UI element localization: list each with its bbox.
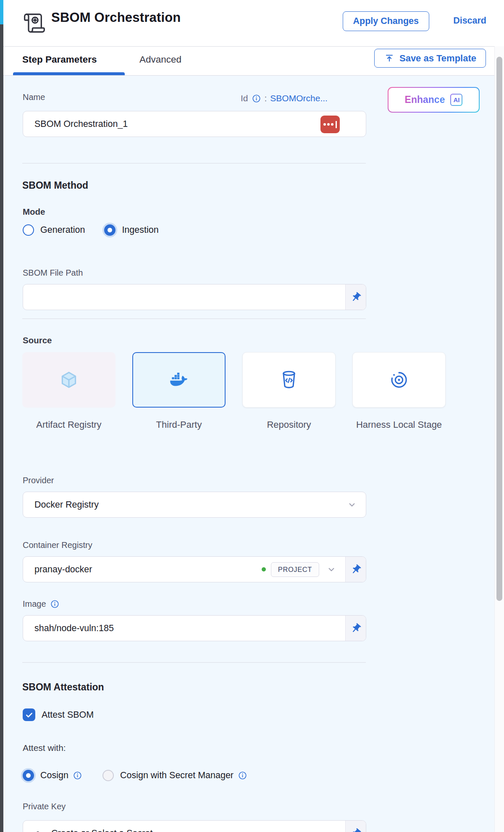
provider-label: Provider — [23, 476, 54, 485]
source-card-third-party[interactable]: Third-Party — [132, 352, 226, 431]
discard-button[interactable]: Discard — [453, 16, 486, 26]
ai-badge: AI — [450, 94, 462, 106]
pin-icon — [350, 828, 362, 832]
check-icon — [25, 711, 34, 719]
tab-step-parameters[interactable]: Step Parameters — [22, 54, 97, 65]
chevron-down-icon — [326, 564, 337, 575]
private-key-placeholder: Create or Select a Secret — [51, 828, 152, 832]
name-input[interactable]: SBOM Orchestration_1 — [23, 111, 366, 137]
tab-bar: Step Parameters Advanced Save as Templat… — [3, 46, 504, 76]
apply-changes-button[interactable]: Apply Changes — [343, 11, 430, 31]
lastpass-bar — [336, 121, 337, 128]
image-value: shah/node-vuln:185 — [34, 623, 114, 634]
radio-ingestion-label[interactable]: Ingestion — [122, 225, 158, 235]
provider-select[interactable]: Docker Registry — [23, 492, 366, 518]
name-label: Name — [23, 92, 45, 102]
radio-generation[interactable] — [23, 224, 34, 236]
source-card-harness-local-stage[interactable]: Harness Local Stage — [352, 352, 446, 431]
image-label-row: Image — [23, 599, 60, 609]
image-input[interactable]: shah/node-vuln:185 — [23, 615, 366, 641]
radio-cosign-secret-manager-label[interactable]: Cosign with Secret Manager — [120, 770, 234, 781]
source-card-artifact-registry[interactable]: Artifact Registry — [22, 352, 116, 431]
lastpass-dot — [327, 123, 330, 126]
connector-status-dot — [262, 567, 266, 571]
divider — [22, 319, 366, 319]
lastpass-dot — [323, 123, 326, 126]
source-label: Source — [23, 335, 52, 345]
lastpass-extension-icon[interactable] — [320, 116, 340, 133]
background-panel-edge — [0, 24, 3, 832]
enhance-label: Enhance — [405, 94, 445, 105]
third-party-tile — [132, 352, 226, 408]
name-input-value: SBOM Orchestration_1 — [34, 119, 128, 129]
sbom-file-path-label: SBOM File Path — [23, 268, 83, 278]
upload-icon — [384, 53, 395, 64]
container-registry-label: Container Registry — [23, 540, 92, 550]
repository-icon — [278, 369, 299, 390]
scrollbar-thumb[interactable] — [496, 57, 502, 601]
pin-icon — [350, 623, 362, 634]
attest-sbom-row: Attest SBOM — [23, 708, 94, 721]
pin-icon — [350, 564, 362, 575]
harness-stage-icon — [388, 369, 410, 390]
radio-generation-label[interactable]: Generation — [40, 225, 85, 235]
source-card-group: Artifact Registry — [22, 352, 446, 431]
chevron-down-icon — [346, 499, 357, 510]
container-registry-value: pranay-docker — [34, 564, 262, 575]
info-icon[interactable] — [73, 771, 82, 780]
container-registry-select[interactable]: pranay-docker PROJECT — [23, 556, 366, 582]
tab-advanced[interactable]: Advanced — [139, 54, 181, 65]
page-title: SBOM Orchestration — [51, 10, 181, 25]
radio-cosign-label[interactable]: Cosign — [40, 770, 68, 781]
source-card-label: Harness Local Stage — [356, 419, 442, 431]
source-card-label: Artifact Registry — [36, 419, 101, 431]
private-key-label: Private Key — [23, 802, 66, 811]
runtime-input-pin-button[interactable] — [345, 284, 366, 310]
divider — [22, 163, 366, 163]
pin-icon — [350, 292, 362, 303]
radio-cosign-secret-manager[interactable] — [102, 770, 114, 781]
sbom-scroll-icon — [23, 11, 46, 35]
source-card-label: Repository — [267, 419, 311, 431]
sbom-attestation-heading: SBOM Attestation — [22, 682, 104, 693]
scope-badge: PROJECT — [271, 562, 319, 577]
drawer-header: SBOM Orchestration Apply Changes Discard — [3, 0, 504, 46]
enhance-ai-button[interactable]: Enhance AI — [388, 87, 480, 113]
step-id-value[interactable]: SBOMOrche... — [270, 93, 328, 103]
id-separator: : — [265, 93, 267, 103]
divider — [22, 662, 366, 663]
artifact-registry-icon — [58, 369, 79, 390]
image-label: Image — [23, 599, 46, 609]
scrollbar-track[interactable] — [494, 46, 504, 832]
runtime-input-pin-button[interactable] — [345, 557, 366, 582]
attest-sbom-checkbox[interactable] — [23, 708, 35, 721]
info-icon[interactable] — [252, 94, 261, 103]
attest-with-radio-group: Cosign Cosign with Secret Manager — [23, 770, 247, 781]
id-prefix: Id — [241, 93, 248, 103]
step-parameters-panel: Enhance AI Name Id : SBOMOrche... SBOM O… — [3, 76, 494, 832]
step-id-row: Id : SBOMOrche... — [241, 93, 328, 103]
source-card-repository[interactable]: Repository — [242, 352, 336, 431]
docker-icon — [168, 369, 189, 390]
provider-value: Docker Registry — [34, 500, 346, 510]
private-key-secret-input[interactable]: Create or Select a Secret — [23, 820, 366, 832]
info-icon[interactable] — [50, 599, 60, 609]
active-tab-indicator — [13, 72, 125, 75]
save-as-template-label: Save as Template — [399, 53, 476, 64]
repository-tile — [242, 352, 336, 408]
sbom-file-path-input[interactable] — [23, 284, 366, 310]
lastpass-dot — [331, 123, 333, 126]
step-config-drawer: SBOM Orchestration Apply Changes Discard… — [3, 0, 504, 832]
key-icon — [34, 828, 45, 832]
save-as-template-button[interactable]: Save as Template — [374, 49, 486, 68]
harness-local-stage-tile — [352, 352, 446, 408]
attest-with-label: Attest with: — [23, 743, 66, 753]
source-card-label: Third-Party — [156, 419, 202, 431]
info-icon[interactable] — [238, 771, 247, 780]
runtime-input-pin-button[interactable] — [345, 821, 366, 832]
radio-cosign[interactable] — [23, 770, 34, 781]
runtime-input-pin-button[interactable] — [345, 616, 366, 641]
radio-ingestion[interactable] — [104, 224, 116, 236]
attest-sbom-label[interactable]: Attest SBOM — [42, 710, 94, 720]
artifact-registry-tile — [22, 352, 116, 408]
